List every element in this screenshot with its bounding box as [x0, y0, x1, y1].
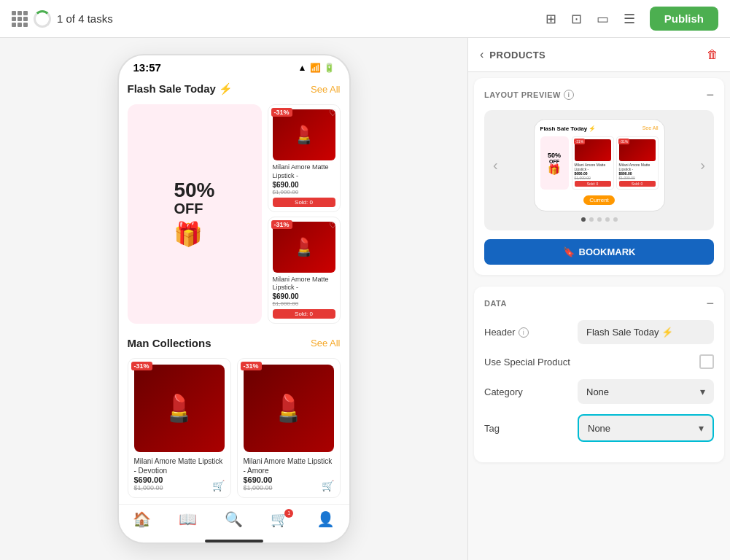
- phone-status-bar: 13:57 ▲ 📶 🔋: [119, 55, 349, 77]
- phone-home-indicator: [205, 540, 263, 542]
- panel-title: PRODUCTS: [489, 50, 545, 61]
- man-discount-badge-2: -31%: [241, 362, 262, 370]
- dot-1[interactable]: [581, 217, 586, 222]
- layers-button[interactable]: ⊞: [545, 11, 556, 27]
- add-to-cart-2[interactable]: 🛒: [322, 480, 334, 491]
- wishlist-button-1[interactable]: ♡: [329, 108, 337, 118]
- product-price-1: $690.00: [273, 181, 335, 189]
- phone-preview-area: 13:57 ▲ 📶 🔋 Flash Sale Today ⚡ See All: [0, 38, 467, 560]
- man-collections-header: Man Collections See All: [128, 331, 341, 352]
- panel-header: ‹ PRODUCTS 🗑: [468, 38, 730, 72]
- mini-flash-title: Flash Sale Today ⚡: [540, 125, 597, 132]
- discount-off: OFF: [174, 201, 214, 217]
- nav-profile[interactable]: 👤: [317, 510, 335, 528]
- banner-text: 50% OFF 🎁: [174, 180, 214, 248]
- wishlist-button-2[interactable]: ♡: [329, 220, 337, 230]
- product-card-2: -31% ♡ 💄 Milani Amore Matte Lipstick - $…: [268, 217, 341, 324]
- tag-value: None: [588, 423, 610, 434]
- progress-spinner: [34, 10, 51, 28]
- frame-button[interactable]: ⊡: [571, 11, 582, 27]
- phone-bottom-nav: 🏠 📖 🔍 🛒 1 👤: [119, 504, 349, 537]
- main-layout: 13:57 ▲ 📶 🔋 Flash Sale Today ⚡ See All: [0, 38, 730, 560]
- preview-section-header: LAYOUT PREVIEW i −: [484, 88, 714, 101]
- nav-home[interactable]: 🏠: [133, 510, 151, 528]
- flash-sale-header: Flash Sale Today ⚡ See All: [128, 77, 341, 98]
- signal-icon: ▲: [298, 63, 307, 73]
- mini-products: -31% Milani Amore Matte Lipstick - $690.…: [572, 136, 659, 190]
- nav-catalog[interactable]: 📖: [179, 510, 197, 528]
- phone-status-icons: ▲ 📶 🔋: [298, 63, 335, 73]
- tag-field-row: Tag None ▾: [484, 414, 714, 442]
- man-product-name-2: Milani Amore Matte Lipstick - Amore: [244, 456, 334, 475]
- bookmark-icon: 🔖: [563, 246, 575, 257]
- info-icon[interactable]: i: [564, 90, 574, 100]
- nav-cart[interactable]: 🛒 1: [271, 510, 289, 528]
- special-product-label: Use Special Product: [484, 357, 572, 368]
- carousel-dots: [493, 217, 705, 222]
- wifi-icon: 📶: [310, 63, 321, 73]
- add-to-cart-1[interactable]: 🛒: [212, 480, 225, 491]
- dot-4[interactable]: [605, 217, 610, 222]
- topbar: 1 of 4 tasks ⊞ ⊡ ▭ ☰ Publish: [0, 0, 730, 38]
- collapse-data-button[interactable]: −: [706, 297, 714, 310]
- tag-select[interactable]: None ▾: [578, 414, 714, 442]
- mini-product-1: -31% Milani Amore Matte Lipstick - $690.…: [572, 136, 614, 190]
- category-label: Category: [484, 386, 572, 397]
- special-product-checkbox[interactable]: [699, 354, 714, 369]
- dot-5[interactable]: [613, 217, 618, 222]
- man-product-image-1: 💄: [134, 365, 225, 452]
- mini-banner: 50% OFF 🎁: [540, 136, 569, 190]
- flash-sale-products: -31% ♡ 💄 Milani Amore Matte Lipstick - $…: [268, 104, 341, 324]
- flash-sale-title: Flash Sale Today ⚡: [128, 82, 233, 96]
- preview-carousel: ‹ Flash Sale Today ⚡ See All 50% OFF: [484, 110, 714, 230]
- category-field-row: Category None ▾: [484, 379, 714, 404]
- header-info-icon[interactable]: i: [519, 327, 529, 338]
- delete-button[interactable]: 🗑: [707, 48, 718, 61]
- publish-button[interactable]: Publish: [650, 7, 718, 31]
- product-price-2: $690.00: [273, 292, 335, 300]
- carousel-nav: ‹ Flash Sale Today ⚡ See All 50% OFF: [493, 119, 705, 211]
- tag-label: Tag: [484, 423, 572, 434]
- product-image-2: 💄: [273, 222, 335, 273]
- topbar-icons: ⊞ ⊡ ▭ ☰ Publish: [545, 7, 718, 31]
- category-chevron-icon: ▾: [700, 386, 705, 397]
- carousel-next-button[interactable]: ›: [700, 157, 705, 174]
- category-select[interactable]: None ▾: [578, 379, 714, 404]
- phone-content: Flash Sale Today ⚡ See All 50% OFF 🎁: [119, 77, 349, 504]
- mini-old-price-2: $1,000.00: [619, 176, 656, 180]
- header-field-row: Header i Flash Sale Today ⚡: [484, 320, 714, 344]
- preview-title: LAYOUT PREVIEW i: [484, 90, 574, 100]
- product-name-1: Milani Amore Matte Lipstick -: [273, 163, 335, 180]
- data-title: DATA: [484, 299, 507, 308]
- data-section: DATA − Header i Flash Sale Today ⚡ Use S…: [474, 287, 724, 462]
- lipstick-icon-2: 💄: [293, 237, 315, 257]
- man-collections-see-all[interactable]: See All: [311, 338, 340, 349]
- nav-search[interactable]: 🔍: [225, 510, 243, 528]
- tag-chevron-icon: ▾: [699, 422, 704, 434]
- flash-sale-see-all[interactable]: See All: [311, 84, 340, 95]
- collapse-preview-button[interactable]: −: [706, 88, 714, 101]
- mini-product-name-1: Milani Amore Matte Lipstick -: [575, 163, 611, 171]
- dot-3[interactable]: [597, 217, 602, 222]
- man-lipstick-icon-2: 💄: [272, 393, 305, 424]
- carousel-prev-button[interactable]: ‹: [493, 157, 498, 174]
- dot-2[interactable]: [589, 217, 594, 222]
- back-button[interactable]: ‹: [480, 48, 484, 61]
- right-panel: ‹ PRODUCTS 🗑 LAYOUT PREVIEW i − ‹: [467, 38, 730, 560]
- list-button[interactable]: ☰: [624, 11, 635, 27]
- mini-sold-1: Sold: 0: [575, 181, 611, 187]
- mini-grid: 50% OFF 🎁 -31% Milani Amore Matte Lipsti…: [540, 136, 659, 190]
- product-old-price-2: $1,000.00: [273, 300, 335, 307]
- bookmark-button[interactable]: 🔖 BOOKMARK: [484, 239, 714, 265]
- flash-sale-banner: 50% OFF 🎁: [128, 104, 262, 324]
- mini-badge-2: -31%: [618, 139, 630, 144]
- task-label: 1 of 4 tasks: [57, 12, 113, 25]
- current-badge: Current: [583, 195, 615, 205]
- grid-icon[interactable]: [12, 11, 28, 27]
- monitor-button[interactable]: ▭: [597, 11, 609, 27]
- man-product-old-price-1: $1,000.00: [134, 484, 225, 491]
- header-field-value[interactable]: Flash Sale Today ⚡: [578, 320, 714, 344]
- phone-time: 13:57: [133, 61, 161, 74]
- discount-badge-2: -31%: [271, 220, 292, 229]
- mini-product-2: -31% Milani Amore Matte Lipstick - $690.…: [616, 136, 659, 190]
